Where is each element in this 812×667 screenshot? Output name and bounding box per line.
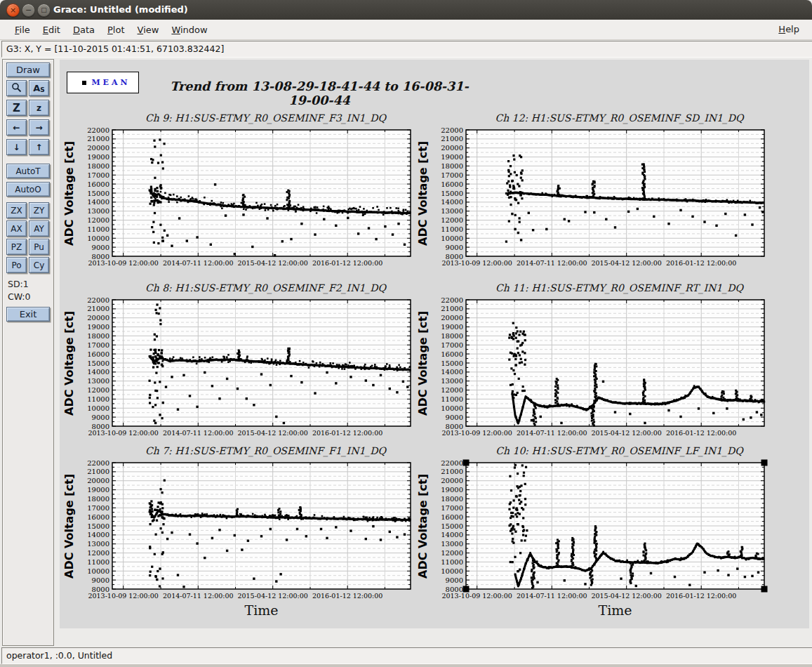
zoom-out-button[interactable]: z bbox=[29, 100, 49, 116]
svg-text:2013-10-09 12:00:00: 2013-10-09 12:00:00 bbox=[441, 592, 512, 600]
svg-text:10000: 10000 bbox=[441, 235, 463, 242]
pan-left-button[interactable]: ← bbox=[6, 119, 27, 136]
svg-text:10000: 10000 bbox=[87, 567, 109, 575]
subplot-ch12-plot-area[interactable]: 8000900010000110001200013000140001500016… bbox=[413, 109, 773, 276]
minimize-icon[interactable]: − bbox=[22, 4, 35, 17]
svg-text:2013-10-09 12:00:00: 2013-10-09 12:00:00 bbox=[88, 429, 158, 437]
svg-text:11000: 11000 bbox=[87, 225, 109, 233]
svg-text:20000: 20000 bbox=[441, 314, 463, 322]
exit-button[interactable]: Exit bbox=[6, 307, 50, 322]
subplot-ch8-plot-area[interactable]: 8000900010000110001200013000140001500016… bbox=[60, 279, 419, 446]
page-title: Trend from 13-08-29-18-41-44 to 16-08-31… bbox=[165, 79, 474, 107]
svg-text:12000: 12000 bbox=[87, 216, 109, 224]
svg-text:12000: 12000 bbox=[87, 549, 109, 557]
status-bar: operator1, :0.0, Untitled bbox=[1, 647, 812, 664]
zoom-in-button[interactable]: Z bbox=[6, 100, 27, 116]
svg-text:17000: 17000 bbox=[87, 171, 109, 179]
autoscale-button[interactable]: AS bbox=[29, 80, 49, 96]
svg-text:20000: 20000 bbox=[87, 477, 109, 484]
selection-handle bbox=[463, 586, 470, 593]
menu-view[interactable]: View bbox=[131, 22, 166, 38]
svg-text:19000: 19000 bbox=[87, 486, 109, 494]
pan-down-button[interactable]: ↓ bbox=[6, 139, 27, 155]
down-arrow-icon: ↓ bbox=[13, 143, 20, 152]
subplot-ch10-plot-area[interactable]: 8000900010000110001200013000140001500016… bbox=[413, 442, 773, 609]
svg-text:18000: 18000 bbox=[441, 495, 463, 503]
svg-text:15000: 15000 bbox=[441, 359, 463, 367]
svg-text:9000: 9000 bbox=[446, 576, 463, 584]
svg-text:2015-04-12 12:00:00: 2015-04-12 12:00:00 bbox=[591, 592, 661, 600]
menu-file[interactable]: File bbox=[8, 22, 36, 38]
left-arrow-icon: ← bbox=[13, 123, 20, 133]
pu-button[interactable]: Pu bbox=[29, 239, 49, 255]
pan-up-button[interactable]: ↑ bbox=[29, 139, 49, 155]
zx-button[interactable]: ZX bbox=[6, 202, 27, 218]
subplot-ch10[interactable]: Ch 10: H1:SUS-ETMY_R0_OSEMINF_LF_IN1_DQ … bbox=[413, 442, 773, 609]
subplot-ch11-plot-area[interactable]: 8000900010000110001200013000140001500016… bbox=[413, 279, 773, 446]
cw-status-label: CW:0 bbox=[8, 291, 31, 302]
title-bar[interactable]: × − □ Grace: Untitled (modified) bbox=[0, 0, 812, 20]
menu-plot[interactable]: Plot bbox=[101, 22, 131, 38]
svg-text:2014-07-11 12:00:00: 2014-07-11 12:00:00 bbox=[163, 259, 233, 267]
svg-text:14000: 14000 bbox=[87, 198, 109, 206]
ay-button[interactable]: AY bbox=[29, 220, 49, 237]
menu-data[interactable]: Data bbox=[67, 22, 101, 38]
svg-text:21000: 21000 bbox=[441, 305, 463, 312]
subplot-ch12[interactable]: Ch 12: H1:SUS-ETMY_R0_OSEMINF_SD_IN1_DQ … bbox=[413, 109, 773, 276]
cy-button[interactable]: Cy bbox=[29, 257, 49, 273]
svg-text:13000: 13000 bbox=[441, 377, 463, 385]
svg-text:16000: 16000 bbox=[441, 180, 463, 188]
svg-text:12000: 12000 bbox=[441, 216, 463, 224]
svg-text:22000: 22000 bbox=[441, 459, 463, 467]
autoscale-a-label: A bbox=[33, 83, 40, 93]
draw-button[interactable]: Draw bbox=[6, 62, 50, 77]
svg-text:2016-01-12 12:00:00: 2016-01-12 12:00:00 bbox=[666, 592, 736, 600]
svg-text:15000: 15000 bbox=[441, 190, 463, 197]
svg-text:16000: 16000 bbox=[87, 180, 109, 188]
svg-text:22000: 22000 bbox=[441, 126, 463, 134]
svg-text:2013-10-09 12:00:00: 2013-10-09 12:00:00 bbox=[441, 259, 512, 267]
autoo-button[interactable]: AutoO bbox=[6, 182, 50, 197]
zy-button[interactable]: ZY bbox=[29, 202, 49, 218]
up-arrow-icon: ↑ bbox=[35, 143, 42, 152]
svg-text:12000: 12000 bbox=[87, 386, 109, 394]
subplot-ch7-plot-area[interactable]: 8000900010000110001200013000140001500016… bbox=[60, 442, 419, 609]
svg-text:19000: 19000 bbox=[441, 486, 463, 494]
selection-handle bbox=[761, 586, 768, 593]
menu-edit[interactable]: Edit bbox=[36, 22, 67, 38]
svg-text:16000: 16000 bbox=[441, 350, 463, 358]
menu-window[interactable]: Window bbox=[165, 22, 213, 38]
zoom-button[interactable] bbox=[6, 80, 27, 96]
menu-help[interactable]: Help bbox=[776, 22, 802, 36]
subplot-ch9[interactable]: Ch 9: H1:SUS-ETMY_R0_OSEMINF_F3_IN1_DQ A… bbox=[60, 109, 419, 276]
ax-button[interactable]: AX bbox=[6, 220, 27, 237]
svg-text:13000: 13000 bbox=[441, 540, 463, 548]
svg-text:18000: 18000 bbox=[441, 332, 463, 340]
svg-text:21000: 21000 bbox=[441, 468, 463, 475]
svg-text:15000: 15000 bbox=[87, 190, 109, 197]
autot-button[interactable]: AutoT bbox=[6, 164, 50, 178]
svg-text:17000: 17000 bbox=[87, 504, 109, 512]
legend-box[interactable]: MEAN bbox=[67, 72, 139, 93]
svg-text:2014-07-11 12:00:00: 2014-07-11 12:00:00 bbox=[517, 259, 587, 267]
svg-text:2013-10-09 12:00:00: 2013-10-09 12:00:00 bbox=[441, 429, 512, 437]
pan-right-button[interactable]: → bbox=[29, 119, 49, 136]
svg-text:22000: 22000 bbox=[87, 459, 109, 467]
window-bottom-edge bbox=[0, 664, 812, 667]
svg-text:17000: 17000 bbox=[441, 341, 463, 349]
svg-text:13000: 13000 bbox=[87, 540, 109, 548]
close-icon[interactable]: × bbox=[6, 4, 20, 17]
pz-button[interactable]: PZ bbox=[6, 239, 27, 255]
subplot-ch9-plot-area[interactable]: 8000900010000110001200013000140001500016… bbox=[60, 109, 419, 276]
svg-text:14000: 14000 bbox=[87, 368, 109, 376]
svg-text:20000: 20000 bbox=[441, 477, 463, 484]
svg-text:15000: 15000 bbox=[441, 522, 463, 530]
maximize-icon[interactable]: □ bbox=[37, 4, 51, 17]
subplot-ch8[interactable]: Ch 8: H1:SUS-ETMY_R0_OSEMINF_F2_IN1_DQ A… bbox=[60, 279, 419, 446]
plot-canvas[interactable]: MEAN Trend from 13-08-29-18-41-44 to 16-… bbox=[60, 60, 809, 628]
subplot-ch11[interactable]: Ch 11: H1:SUS-ETMY_R0_OSEMINF_RT_IN1_DQ … bbox=[413, 279, 773, 446]
po-button[interactable]: Po bbox=[6, 257, 27, 273]
svg-text:2013-10-09 12:00:00: 2013-10-09 12:00:00 bbox=[88, 259, 158, 267]
svg-text:16000: 16000 bbox=[87, 350, 109, 358]
subplot-ch7[interactable]: Ch 7: H1:SUS-ETMY_R0_OSEMINF_F1_IN1_DQ A… bbox=[60, 442, 419, 609]
